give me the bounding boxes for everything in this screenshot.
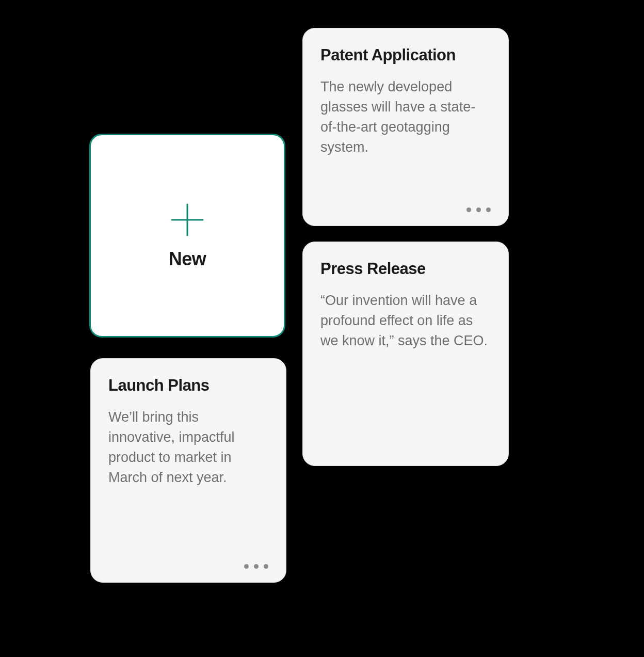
document-body: We’ll bring this innovative, impactful p… [108, 407, 268, 488]
ellipsis-icon [466, 207, 471, 212]
document-card-press[interactable]: Press Release “Our invention will have a… [302, 242, 509, 466]
ellipsis-icon [254, 564, 259, 569]
document-body: The newly developed glasses will have a … [320, 77, 491, 158]
plus-icon [169, 202, 205, 238]
ellipsis-icon [244, 564, 249, 569]
ellipsis-icon [486, 207, 491, 212]
card-grid: New Patent Application The newly develop… [0, 0, 644, 657]
new-card-label: New [169, 248, 206, 270]
more-options-button[interactable] [244, 564, 268, 569]
new-document-card[interactable]: New [89, 134, 285, 338]
document-title: Launch Plans [108, 376, 268, 395]
more-options-button[interactable] [466, 207, 491, 212]
document-card-patent[interactable]: Patent Application The newly developed g… [302, 28, 509, 226]
document-title: Press Release [320, 260, 491, 278]
document-body: “Our invention will have a profound effe… [320, 291, 491, 351]
document-title: Patent Application [320, 46, 491, 65]
ellipsis-icon [264, 564, 268, 569]
ellipsis-icon [476, 207, 481, 212]
document-card-launch[interactable]: Launch Plans We’ll bring this innovative… [90, 358, 286, 583]
